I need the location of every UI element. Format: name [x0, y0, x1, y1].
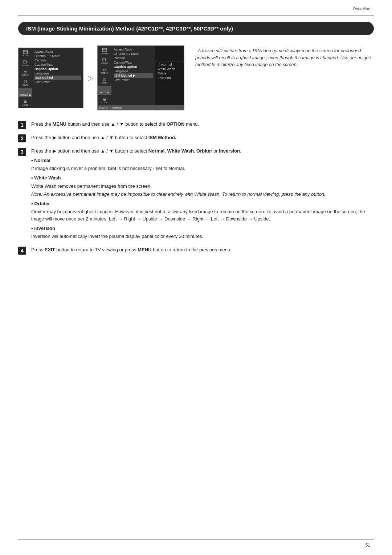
time-icon-1 — [23, 79, 28, 84]
option-icon-1 — [23, 89, 28, 93]
tv-menu-1: SETUP VIDEO — [18, 48, 83, 108]
sidebar-label-option-2: OPTION — [100, 92, 109, 94]
menu-item-1-2: Cinema 3:2 Mode — [34, 54, 81, 58]
tv-menu-row-2: SETUP VIDEO — [98, 46, 184, 105]
svg-rect-2 — [23, 61, 26, 63]
sidebar-label-audio-1: AUDIO — [22, 74, 29, 76]
menu-item-1-5: Caption Option — [34, 67, 81, 71]
svg-line-19 — [105, 79, 105, 80]
step3-normal-bold: Normal — [148, 148, 165, 154]
bullet-body-inversion: Inversion will automatically invert the … — [31, 233, 374, 240]
audio-icon-1 — [23, 69, 28, 74]
sidebar-audio-1: AUDIO — [19, 68, 32, 77]
svg-rect-11 — [24, 101, 26, 103]
menu2-item-4: Caption/Text — [114, 60, 153, 65]
menu2-item-5: Caption Option — [114, 65, 153, 69]
svg-point-22 — [106, 89, 107, 90]
video-icon-1 — [23, 60, 28, 64]
step-number-4: 4 — [18, 247, 26, 255]
bottom-rule — [18, 539, 374, 540]
menu-item-1-1: Aspect Ratio — [34, 49, 81, 54]
video-icon-2 — [102, 57, 107, 62]
diagrams-col: SETUP VIDEO — [18, 45, 184, 110]
step3-orbiter-bold: Orbiter — [196, 148, 212, 154]
svg-point-10 — [26, 91, 28, 92]
option-icon-2 — [102, 87, 107, 91]
tv-menu-content-2: Aspect Ratio Cinema 3:2 Mode Caption Cap… — [111, 46, 155, 105]
step-content-3: Press the ▶ button and then use ▲ / ▼ bu… — [31, 147, 374, 241]
sidebar-option-2: OPTION — [98, 86, 111, 95]
menu-item-1-7: ISM Method — [34, 76, 81, 80]
bullet-body-normal: If image sticking is never a problem, IS… — [31, 165, 374, 172]
svg-rect-12 — [102, 48, 107, 52]
step-content-4: Press EXIT button to return to TV viewin… — [31, 246, 374, 254]
menu-item-1-3: Caption — [34, 58, 81, 62]
svg-rect-0 — [23, 50, 28, 54]
sidebar-lock-1: LOCK — [19, 98, 32, 107]
step3-inversion-bold: Inversion — [219, 148, 240, 154]
step-content-1: Press the MENU button and then use ▲ / ▼… — [31, 121, 374, 128]
step4-menu-bold: MENU — [138, 247, 151, 252]
step-number-1: 1 — [18, 121, 26, 129]
bullet-title-inversion: Inversion — [31, 225, 374, 232]
sidebar-time-1: TIME — [19, 78, 32, 87]
audio-icon-2 — [102, 67, 107, 72]
step-2: 2 Press the ▶ button and then use ▲ / ▼ … — [18, 134, 374, 142]
step-number-3: 3 — [18, 148, 26, 156]
sidebar-label-video-1: VIDEO — [22, 64, 29, 66]
svg-rect-14 — [102, 58, 106, 61]
sidebar-option-1: OPTION ▶ — [19, 88, 32, 97]
menu-item-1-4: Caption/Text — [34, 62, 81, 67]
sidebar-audio-2: AUDIO — [98, 66, 111, 75]
step1-menu-bold: MENU — [53, 121, 66, 127]
title-text: ISM (Image Sticking Minimization) Method… — [26, 25, 233, 32]
submenu-orbiter: Orbiter — [158, 71, 181, 76]
sidebar-video-1: VIDEO — [19, 58, 32, 68]
sidebar-label-time-1: TIME — [23, 84, 28, 86]
sidebar-time-2: TIME — [98, 76, 111, 85]
tv-menu-sidebar-2: SETUP VIDEO — [98, 46, 111, 105]
bullet-title-normal: Normal — [31, 157, 374, 164]
step3-whitewash-bold: White Wash — [167, 148, 194, 154]
sidebar-label-lock-2: LOCK — [101, 101, 108, 104]
tv-bottom-bar: MENU Previous — [98, 105, 184, 110]
setup-icon-1 — [23, 50, 28, 54]
sidebar-setup-2: SETUP — [98, 46, 111, 56]
bullet-note-whitewash: Note: An excessive permanent image may b… — [31, 191, 374, 198]
bullet-title-orbiter: Orbiter — [31, 200, 374, 207]
sidebar-lock-2: LOCK — [98, 96, 111, 105]
step1-option-bold: OPTION — [167, 121, 185, 127]
arrow-between-menus: ▷ — [88, 74, 93, 82]
bullet-section-step3: Normal If image sticking is never a prob… — [31, 157, 374, 240]
bullet-body-orbiter: Orbiter may help prevent ghost images. H… — [31, 208, 374, 223]
menu2-item-6: Language — [114, 69, 153, 73]
time-icon-2 — [102, 77, 107, 81]
sidebar-label-lock-1: LOCK — [22, 104, 29, 106]
menu2-item-8: Low Power — [114, 78, 153, 82]
lock-icon-1 — [23, 99, 28, 104]
sidebar-label-time-2: TIME — [102, 82, 107, 84]
sidebar-setup-1: SETUP — [19, 49, 32, 58]
tv-submenu: Normal White Wash Orbiter Inversion — [155, 61, 184, 105]
menu-item-1-8: Low Power — [34, 80, 81, 84]
tv-menu-content-2-wrapper: Aspect Ratio Cinema 3:2 Mode Caption Cap… — [111, 46, 184, 105]
content-area: ISM (Image Sticking Minimization) Method… — [18, 22, 374, 260]
svg-point-9 — [25, 91, 26, 92]
step4-exit-bold: EXIT — [45, 247, 55, 252]
submenu-normal: Normal — [158, 62, 181, 67]
svg-point-8 — [24, 91, 25, 92]
tv-menu-sidebar-1: SETUP VIDEO — [19, 48, 32, 108]
section-header: Operation — [353, 7, 370, 11]
lock-icon-2 — [102, 97, 107, 101]
top-rule — [18, 15, 374, 16]
sidebar-video-2: VIDEO — [98, 56, 111, 65]
step-content-2: Press the ▶ button and then use ▲ / ▼ bu… — [31, 134, 374, 141]
top-section: SETUP VIDEO — [18, 45, 374, 110]
step-number-2: 2 — [18, 134, 26, 142]
menu2-item-7: ISM Method ▶ — [114, 73, 153, 78]
menu2-item-1: Aspect Ratio — [114, 47, 153, 52]
tv-menu-content-1: Aspect Ratio Cinema 3:2 Mode Caption Cap… — [32, 48, 83, 108]
step-3: 3 Press the ▶ button and then use ▲ / ▼ … — [18, 147, 374, 241]
step-4: 4 Press EXIT button to return to TV view… — [18, 246, 374, 255]
title-banner: ISM (Image Sticking Minimization) Method… — [18, 22, 374, 35]
